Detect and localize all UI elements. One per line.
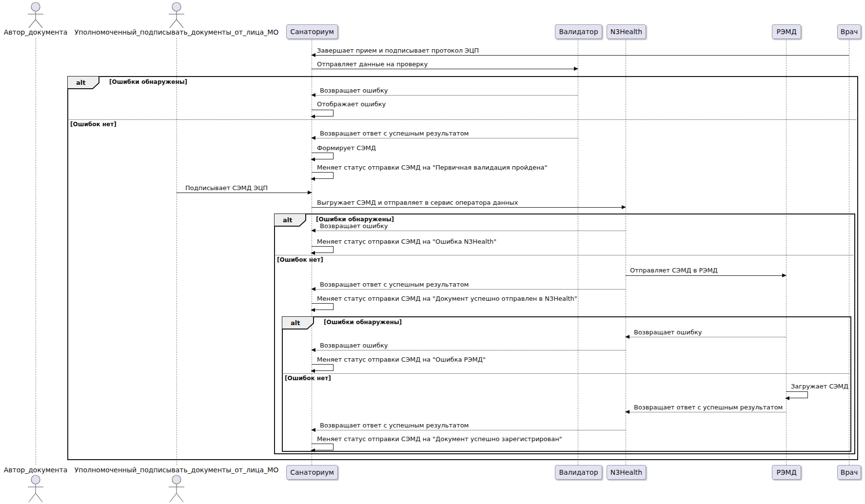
self-message-arrow (312, 364, 334, 371)
message-label: Меняет статус отправки СЭМД на "Документ… (317, 435, 562, 443)
actor-figure-signer-top (161, 1, 192, 28)
participant-box-n3health-top: N3Health (607, 24, 646, 39)
message-label: Меняет статус отправки СЭМД на "Ошибка Р… (317, 356, 486, 363)
message-return-arrow (626, 337, 786, 337)
participant-box-n3health-bottom: N3Health (607, 465, 646, 480)
message-return-arrow (312, 231, 626, 231)
lifeline-author (36, 38, 36, 465)
participant-box-sanatorium-top: Санаториум (286, 24, 338, 39)
message-label: Загружает СЭМД (791, 383, 848, 390)
message-label: Возвращает ошибку (320, 222, 388, 230)
sequence-diagram: Автор_документа Уполномоченный_подписыва… (0, 0, 865, 504)
alt-middle-condition-if: [Ошибки обнаружены] (316, 216, 394, 223)
message-label: Выгружает СЭМД и отправляет в сервис опе… (317, 199, 518, 206)
self-message-arrow (312, 303, 334, 310)
alt-operator-label: alt (291, 319, 300, 327)
actor-label-signer-top: Уполномоченный_подписывать_документы_от_… (75, 28, 279, 36)
actor-label-author-top: Автор_документа (4, 28, 67, 36)
message-label: Возвращает ответ с успешным результатом (320, 281, 469, 288)
message-label: Возвращает ошибку (320, 342, 388, 349)
participant-box-validator-bottom: Валидатор (555, 465, 602, 480)
actor-figure-author-bottom (20, 474, 51, 504)
message-label: Подписывает СЭМД ЭЦП (185, 184, 268, 192)
message-label: Завершает прием и подписывает протокол Э… (317, 47, 479, 54)
actor-figure-signer-bottom (161, 474, 192, 504)
alt-frame-middle-tab: alt (274, 213, 307, 227)
alt-inner-divider (282, 373, 849, 374)
participant-box-vrach-top: Врач (837, 24, 861, 39)
participant-box-validator-top: Валидатор (555, 24, 602, 39)
alt-frame-outer-tab: alt (67, 76, 100, 89)
message-return-arrow (312, 430, 626, 430)
message-label: Возвращает ответ с успешным результатом (634, 404, 783, 411)
self-message-arrow (312, 444, 334, 450)
message-arrow (312, 55, 849, 56)
message-return-arrow (626, 412, 786, 412)
message-label: Отправляет СЭМД в РЭМД (630, 267, 718, 274)
message-return-arrow (312, 95, 578, 96)
participant-box-sanatorium-bottom: Санаториум (286, 465, 338, 480)
message-label: Отображает ошибку (317, 100, 386, 108)
message-arrow (312, 69, 578, 69)
message-arrow (312, 207, 626, 208)
message-arrow (177, 193, 312, 193)
alt-middle-condition-else: [Ошибок нет] (277, 256, 323, 263)
alt-outer-condition-else: [Ошибок нет] (70, 121, 117, 128)
message-label: Возвращает ошибку (634, 329, 702, 336)
self-message-arrow (312, 153, 334, 159)
message-return-arrow (312, 350, 626, 350)
message-label: Меняет статус отправки СЭМД на "Ошибка N… (317, 238, 496, 245)
participant-box-vrach-bottom: Врач (837, 465, 861, 480)
participant-box-remd-bottom: РЭМД (772, 465, 801, 480)
message-return-arrow (312, 289, 626, 290)
message-return-arrow (312, 138, 578, 138)
actor-figure-author-top (20, 1, 51, 28)
alt-outer-divider (67, 119, 856, 120)
alt-operator-label: alt (76, 79, 85, 86)
participant-box-remd-top: РЭМД (772, 24, 801, 39)
message-label: Отправляет данные на проверку (317, 60, 428, 68)
self-message-arrow (312, 172, 334, 179)
alt-outer-condition-if: [Ошибки обнаружены] (109, 78, 187, 85)
message-label: Возвращает ответ с успешным результатом (320, 422, 469, 429)
alt-frame-inner-tab: alt (282, 316, 315, 330)
alt-inner-condition-else: [Ошибок нет] (285, 375, 331, 382)
alt-operator-label: alt (283, 216, 292, 224)
message-label: Меняет статус отправки СЭМД на "Первична… (317, 164, 547, 171)
message-label: Возвращает ошибку (320, 87, 388, 94)
message-arrow (626, 275, 786, 276)
message-label: Возвращает ответ с успешным результатом (320, 130, 469, 137)
actor-label-signer-bottom: Уполномоченный_подписывать_документы_от_… (75, 466, 279, 474)
actor-label-author-bottom: Автор_документа (4, 466, 67, 474)
self-message-arrow (786, 391, 808, 398)
self-message-arrow (312, 246, 334, 253)
self-message-arrow (312, 110, 334, 116)
message-label: Формирует СЭМД (317, 144, 376, 152)
alt-middle-divider (274, 255, 853, 255)
message-label: Меняет статус отправки СЭМД на "Документ… (317, 295, 577, 302)
alt-inner-condition-if: [Ошибки обнаружены] (324, 319, 402, 326)
